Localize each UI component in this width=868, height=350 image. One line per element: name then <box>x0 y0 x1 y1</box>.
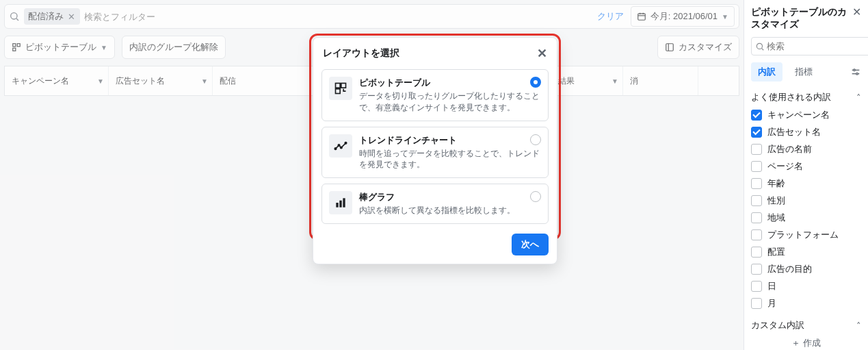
checkbox-icon[interactable] <box>751 161 762 172</box>
checkbox-icon[interactable] <box>751 247 762 258</box>
breakdown-item[interactable]: 広告セット名 <box>751 126 861 138</box>
svg-point-15 <box>854 69 856 71</box>
breakdown-item-label: プラットフォーム <box>767 229 839 241</box>
breakdown-item[interactable]: 性別 <box>751 195 861 207</box>
breakdown-checklist: キャンペーン名広告セット名広告の名前ページ名年齢性別地域プラットフォーム配置広告… <box>751 109 861 310</box>
svg-point-21 <box>338 145 340 147</box>
bar-chart-icon <box>329 191 352 214</box>
option-pivot-table[interactable]: ピボットテーブル データを切り取ったりグループ化したりすることで、有意義なインサ… <box>321 69 549 121</box>
svg-point-23 <box>345 142 347 144</box>
breakdown-item[interactable]: 広告の名前 <box>751 143 861 155</box>
svg-point-22 <box>341 147 343 149</box>
option-title: トレンドラインチャート <box>359 134 541 147</box>
search-icon <box>755 42 765 51</box>
customize-panel: ピボットテーブルのカスタマイズ ✕ … 内訳 指標 よく使用される内訳 ˄ キャ… <box>744 0 868 350</box>
option-title: ピボットテーブル <box>359 77 541 89</box>
panel-title: ピボットテーブルのカスタマイズ <box>751 5 852 30</box>
radio-selected[interactable] <box>530 77 541 88</box>
checkbox-checked-icon[interactable] <box>751 110 762 121</box>
breakdown-item[interactable]: 地域 <box>751 212 861 224</box>
breakdown-item[interactable]: 日 <box>751 280 861 292</box>
panel-search-input[interactable] <box>751 37 868 55</box>
tab-metric[interactable]: 指標 <box>788 62 819 82</box>
checkbox-icon[interactable] <box>751 264 762 275</box>
breakdown-item-label: 広告セット名 <box>767 126 821 138</box>
breakdown-item-label: 年齢 <box>767 177 785 190</box>
breakdown-item-label: 地域 <box>767 212 785 224</box>
svg-rect-19 <box>336 89 341 94</box>
checkbox-checked-icon[interactable] <box>751 127 762 138</box>
option-bar-chart[interactable]: 棒グラフ 内訳を横断して異なる指標を比較します。 <box>321 184 549 224</box>
svg-rect-17 <box>336 84 341 88</box>
checkbox-icon[interactable] <box>751 195 762 206</box>
breakdown-item[interactable]: ページ名 <box>751 160 861 173</box>
svg-rect-18 <box>341 84 346 88</box>
svg-rect-24 <box>336 203 338 208</box>
option-trend-line[interactable]: トレンドラインチャート 時間を追ってデータを比較することで、トレンドを発見できま… <box>321 127 549 179</box>
next-button[interactable]: 次へ <box>512 234 549 255</box>
chevron-up-icon: ˄ <box>856 92 861 103</box>
breakdown-item-label: 広告の名前 <box>767 143 812 155</box>
svg-point-11 <box>757 43 762 49</box>
checkbox-icon[interactable] <box>751 144 762 155</box>
breakdown-item[interactable]: プラットフォーム <box>751 229 861 241</box>
breakdown-item[interactable]: キャンペーン名 <box>751 109 861 121</box>
breakdown-item-label: キャンペーン名 <box>767 109 830 121</box>
close-icon[interactable]: ✕ <box>537 46 547 61</box>
breakdown-item-label: 配置 <box>767 246 785 258</box>
modal-title: レイアウトを選択 <box>323 47 399 60</box>
svg-line-12 <box>762 49 764 51</box>
toggle-icon[interactable] <box>850 66 861 77</box>
breakdown-item-label: 日 <box>767 280 776 292</box>
checkbox-icon[interactable] <box>751 298 762 309</box>
pivot-icon <box>329 77 352 100</box>
close-icon[interactable]: ✕ <box>852 5 861 18</box>
breakdown-item[interactable]: 年齢 <box>751 177 861 190</box>
layout-modal: レイアウトを選択 ✕ ピボットテーブル データを切り取ったりグループ化したりする… <box>313 37 557 264</box>
radio-unselected[interactable] <box>530 134 541 145</box>
checkbox-icon[interactable] <box>751 229 762 240</box>
option-desc: データを切り取ったりグループ化したりすることで、有意義なインサイトを発見できます… <box>359 90 541 114</box>
section-custom[interactable]: カスタム内訳 ˄ <box>751 319 861 332</box>
checkbox-icon[interactable] <box>751 178 762 189</box>
option-title: 棒グラフ <box>359 191 541 203</box>
tab-breakdown[interactable]: 内訳 <box>751 62 782 82</box>
option-desc: 時間を追ってデータを比較することで、トレンドを発見できます。 <box>359 148 541 171</box>
option-desc: 内訳を横断して異なる指標を比較します。 <box>359 205 541 216</box>
checkbox-icon[interactable] <box>751 212 762 223</box>
breakdown-item[interactable]: 広告の目的 <box>751 263 861 275</box>
breakdown-item-label: 性別 <box>767 195 785 207</box>
svg-point-16 <box>856 73 858 75</box>
create-button[interactable]: ＋ 作成 <box>751 337 861 349</box>
checkbox-icon[interactable] <box>751 281 762 292</box>
chevron-up-icon: ˄ <box>856 321 861 331</box>
breakdown-item-label: ページ名 <box>767 160 803 173</box>
breakdown-item-label: 広告の目的 <box>767 263 812 275</box>
trend-icon <box>329 134 352 158</box>
svg-rect-25 <box>339 201 341 208</box>
section-frequent[interactable]: よく使用される内訳 ˄ <box>751 91 861 103</box>
svg-rect-26 <box>343 199 345 208</box>
breakdown-item-label: 月 <box>767 297 776 310</box>
svg-point-20 <box>334 148 337 150</box>
breakdown-item[interactable]: 月 <box>751 297 861 310</box>
breakdown-item[interactable]: 配置 <box>751 246 861 258</box>
